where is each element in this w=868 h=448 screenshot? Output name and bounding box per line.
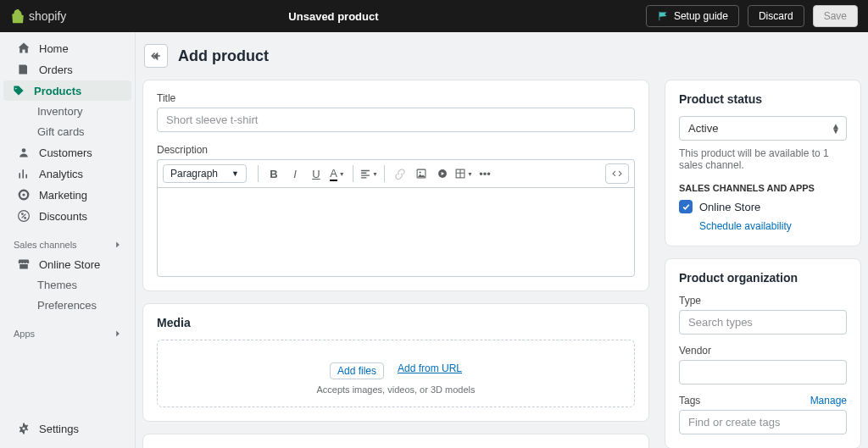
tags-label: Tags <box>679 395 700 407</box>
media-heading: Media <box>157 316 635 329</box>
nav-preferences[interactable]: Preferences <box>3 296 131 315</box>
chevron-right-icon <box>113 329 123 339</box>
video-icon <box>437 168 448 180</box>
nav-section-sales-channels[interactable]: Sales channels <box>0 235 135 253</box>
card-product-status: Product status ▲▼ This product will be a… <box>665 80 861 246</box>
arrow-left-icon <box>150 50 162 62</box>
org-heading: Product organization <box>679 271 847 285</box>
card-title-description: Title Description Paragraph ▼ B I U <box>142 80 649 291</box>
align-button[interactable]: ▼ <box>359 164 378 183</box>
toolbar-separator <box>353 165 353 182</box>
shopify-logo[interactable]: shopify <box>10 8 66 24</box>
text-color-button[interactable]: A▼ <box>328 164 347 183</box>
image-button[interactable] <box>412 164 431 183</box>
setup-guide-button[interactable]: Setup guide <box>646 5 739 27</box>
description-editor[interactable] <box>157 187 635 277</box>
title-input[interactable] <box>157 108 635 132</box>
status-heading: Product status <box>679 92 847 106</box>
image-icon <box>415 168 427 180</box>
online-store-channel[interactable]: Online Store <box>679 200 847 213</box>
editor-toolbar: Paragraph ▼ B I U A▼ ▼ <box>157 159 635 187</box>
topbar-actions: Setup guide Discard Save <box>646 5 858 27</box>
nav-analytics[interactable]: Analytics <box>3 163 131 184</box>
nav-inventory[interactable]: Inventory <box>3 102 131 121</box>
check-icon <box>682 202 691 212</box>
nav-gift-cards[interactable]: Gift cards <box>3 122 131 141</box>
more-button[interactable]: ••• <box>476 164 494 183</box>
sidebar: Home Orders Products Inventory Gift card… <box>0 32 136 448</box>
save-button[interactable]: Save <box>813 5 858 27</box>
nav-discounts[interactable]: Discounts <box>3 206 131 226</box>
add-from-url-link[interactable]: Add from URL <box>398 362 462 379</box>
online-store-icon <box>17 257 31 271</box>
flag-icon <box>657 11 669 21</box>
code-icon <box>611 168 623 180</box>
card-pricing: Pricing Price <box>142 434 649 448</box>
topbar-title: Unsaved product <box>288 10 378 23</box>
home-icon <box>17 41 31 55</box>
media-hint: Accepts images, videos, or 3D models <box>166 384 626 395</box>
toolbar-separator <box>258 165 259 182</box>
table-icon <box>454 168 466 180</box>
discounts-icon <box>17 209 31 223</box>
media-dropzone[interactable]: Add files Add from URL Accepts images, v… <box>157 340 635 407</box>
nav-orders[interactable]: Orders <box>3 59 131 80</box>
link-icon <box>394 168 406 180</box>
title-label: Title <box>157 92 635 104</box>
italic-button[interactable]: I <box>286 164 304 183</box>
schedule-availability-link[interactable]: Schedule availability <box>679 220 847 232</box>
chevron-down-icon: ▼ <box>231 169 239 178</box>
topbar: shopify Unsaved product Setup guide Disc… <box>0 0 868 32</box>
nav-customers[interactable]: Customers <box>3 142 131 163</box>
nav-settings[interactable]: Settings <box>3 418 139 439</box>
checkbox-checked[interactable] <box>679 200 693 213</box>
chevron-right-icon <box>113 240 123 250</box>
back-button[interactable] <box>144 44 168 68</box>
customers-icon <box>17 146 31 159</box>
table-button[interactable]: ▼ <box>454 164 473 183</box>
vendor-input[interactable] <box>679 360 847 384</box>
orders-icon <box>17 63 31 76</box>
toolbar-separator <box>384 165 385 182</box>
gear-icon <box>17 422 31 435</box>
nav-marketing[interactable]: Marketing <box>3 185 131 205</box>
marketing-icon <box>17 188 31 202</box>
description-label: Description <box>157 144 635 156</box>
bold-button[interactable]: B <box>264 164 283 183</box>
logo-text: shopify <box>29 9 66 23</box>
page-title: Add product <box>178 47 269 65</box>
add-files-button[interactable]: Add files <box>330 362 384 379</box>
nav-home[interactable]: Home <box>3 38 131 58</box>
status-select[interactable]: ▲▼ <box>679 116 847 141</box>
status-value[interactable] <box>679 116 847 141</box>
card-media: Media Add files Add from URL Accepts ima… <box>142 303 649 422</box>
page-header: Add product <box>142 44 861 68</box>
manage-tags-link[interactable]: Manage <box>810 395 847 407</box>
video-button[interactable] <box>433 164 452 183</box>
status-hint: This product will be available to 1 sale… <box>679 147 847 171</box>
card-organization: Product organization Type Vendor Tags Ma… <box>665 258 861 448</box>
content-area: Add product Title Description Paragraph … <box>136 32 868 448</box>
paragraph-select[interactable]: Paragraph ▼ <box>163 164 247 183</box>
type-input[interactable] <box>679 310 847 335</box>
products-icon <box>12 84 25 97</box>
tags-input[interactable] <box>679 410 847 434</box>
underline-button[interactable]: U <box>307 164 326 183</box>
nav-section-apps[interactable]: Apps <box>0 324 135 342</box>
link-button[interactable] <box>391 164 409 183</box>
analytics-icon <box>17 167 31 180</box>
nav-online-store[interactable]: Online Store <box>3 254 131 274</box>
discard-button[interactable]: Discard <box>748 5 804 27</box>
nav-products[interactable]: Products <box>3 80 131 101</box>
channels-heading: SALES CHANNELS AND APPS <box>679 183 847 193</box>
vendor-label: Vendor <box>679 345 847 357</box>
svg-point-1 <box>420 172 421 174</box>
nav-themes[interactable]: Themes <box>3 275 131 295</box>
code-view-button[interactable] <box>605 163 629 184</box>
align-icon <box>359 168 371 180</box>
shopify-bag-icon <box>10 8 25 24</box>
type-label: Type <box>679 295 847 307</box>
